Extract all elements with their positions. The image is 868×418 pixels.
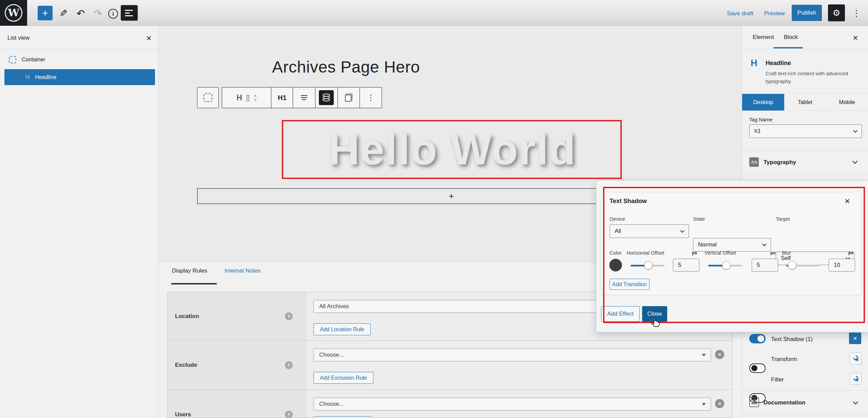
headline-block-icon: H bbox=[751, 58, 757, 68]
slider-thumb[interactable] bbox=[722, 261, 731, 270]
tag-name-label: Tag Name bbox=[749, 117, 772, 122]
help-icon[interactable]: ? bbox=[285, 411, 293, 418]
transform-settings-button[interactable] bbox=[850, 353, 862, 364]
device-select[interactable]: All bbox=[610, 224, 689, 238]
vertical-offset-slider[interactable] bbox=[708, 261, 742, 270]
options-menu-button[interactable]: ⋮ bbox=[850, 7, 863, 19]
heading-level-button[interactable]: H1 bbox=[271, 87, 293, 108]
close-button[interactable]: Close bbox=[642, 306, 667, 322]
slider-thumb[interactable] bbox=[644, 261, 653, 270]
blur-slider[interactable] bbox=[786, 261, 819, 270]
horizontal-offset-input[interactable] bbox=[673, 259, 699, 272]
drag-handle-icon[interactable]: ⣿ bbox=[246, 94, 250, 102]
list-item-label: Container bbox=[22, 57, 45, 63]
dropdown-caret-icon bbox=[702, 354, 706, 356]
vertical-offset-input[interactable] bbox=[752, 259, 778, 272]
preview-button[interactable]: Preview bbox=[764, 10, 785, 17]
sidebar-close-button[interactable]: ✕ bbox=[850, 33, 861, 43]
database-icon bbox=[323, 94, 330, 102]
remove-text-shadow-button[interactable]: ✕ bbox=[849, 333, 861, 344]
kebab-icon: ⋮ bbox=[852, 8, 861, 19]
publish-button[interactable]: Publish bbox=[792, 5, 822, 21]
state-select[interactable]: Normal bbox=[693, 238, 771, 252]
undo-button[interactable]: ↶ bbox=[75, 7, 87, 19]
chevron-down-icon bbox=[853, 399, 859, 405]
filter-settings-button[interactable] bbox=[850, 373, 862, 385]
shadow-color-swatch[interactable] bbox=[609, 259, 622, 272]
details-button[interactable]: i bbox=[108, 9, 118, 19]
tab-desktop[interactable]: Desktop bbox=[742, 94, 784, 111]
tag-name-select[interactable]: h1 bbox=[749, 124, 862, 138]
close-icon: ✕ bbox=[844, 197, 850, 205]
block-title: Headline bbox=[766, 60, 791, 67]
typography-section-toggle[interactable]: AA Typography bbox=[742, 150, 868, 174]
add-transition-button[interactable]: Add Transition bbox=[610, 279, 650, 290]
headline-block-text[interactable]: Hello World bbox=[283, 119, 622, 179]
add-exclusion-rule-button[interactable]: Add Exclusion Rule bbox=[313, 372, 373, 384]
gear-icon: ⚙ bbox=[832, 8, 840, 18]
popup-title: Text Shadow bbox=[610, 198, 647, 205]
text-shadow-popup: Text Shadow ✕ Device All State Normal Ta… bbox=[596, 180, 868, 332]
plus-icon: + bbox=[449, 191, 454, 201]
add-effect-button[interactable]: Add Effect bbox=[601, 306, 640, 322]
text-shadow-toggle[interactable] bbox=[749, 334, 766, 343]
typography-icon: AA bbox=[749, 157, 759, 167]
list-view-toggle-button[interactable] bbox=[121, 5, 138, 21]
chevron-down-icon bbox=[680, 228, 684, 233]
horizontal-offset-slider[interactable] bbox=[631, 261, 664, 270]
add-location-rule-button[interactable]: Add Location Rule bbox=[313, 323, 371, 335]
block-inserter-button[interactable]: + bbox=[38, 6, 53, 20]
undo-icon: ↶ bbox=[76, 7, 85, 19]
blur-input[interactable] bbox=[829, 259, 855, 272]
block-switcher-drag-movers[interactable]: H ⣿ ∧∨ bbox=[222, 87, 271, 108]
help-icon[interactable]: ? bbox=[285, 361, 293, 369]
device-label: Device bbox=[610, 216, 625, 222]
move-down-icon[interactable]: ∨ bbox=[254, 98, 257, 101]
list-view-close-button[interactable]: ✕ bbox=[144, 33, 154, 43]
clear-selection-icon[interactable]: ✕ bbox=[715, 350, 724, 359]
popup-close-button[interactable]: ✕ bbox=[842, 196, 852, 206]
list-view-header: List view ✕ bbox=[0, 26, 158, 49]
plus-icon: + bbox=[42, 7, 48, 19]
tools-button[interactable]: ✎ bbox=[57, 7, 70, 20]
wordpress-logo-button[interactable]: W bbox=[0, 0, 27, 26]
tab-block[interactable]: Block bbox=[784, 34, 798, 41]
save-draft-button[interactable]: Save draft bbox=[727, 10, 753, 17]
exclude-label: Exclude bbox=[175, 362, 197, 369]
settings-button[interactable]: ⚙ bbox=[828, 4, 845, 21]
chevron-down-icon bbox=[762, 242, 767, 246]
users-select[interactable]: Choose... bbox=[313, 398, 711, 411]
block-mover[interactable]: ∧∨ bbox=[254, 94, 257, 101]
redo-button[interactable]: ↷ bbox=[92, 7, 104, 19]
post-title[interactable]: Archives Page Hero bbox=[244, 58, 448, 76]
add-user-rule-button-clipped[interactable] bbox=[313, 416, 371, 418]
documentation-section-toggle[interactable] bbox=[749, 397, 759, 407]
tab-display-rules[interactable]: Display Rules bbox=[172, 267, 207, 274]
block-toolbar: H ⣿ ∧∨ H1 bbox=[222, 87, 382, 108]
alignment-button[interactable] bbox=[293, 87, 315, 108]
list-view-item-container[interactable]: Container bbox=[0, 52, 158, 68]
select-parent-block-button[interactable] bbox=[197, 87, 219, 108]
dynamic-data-button[interactable] bbox=[315, 87, 338, 108]
px-unit-label: px bbox=[848, 250, 853, 255]
tab-internal-notes[interactable]: Internal Notes bbox=[225, 267, 261, 274]
container-block-icon bbox=[9, 56, 16, 63]
px-unit-label: px bbox=[770, 250, 775, 255]
tab-mobile[interactable]: Mobile bbox=[826, 94, 868, 111]
help-icon[interactable]: ? bbox=[285, 313, 293, 320]
documentation-label: Documentation bbox=[764, 399, 806, 406]
tab-element[interactable]: Element bbox=[753, 34, 774, 41]
list-view-item-headline-selected[interactable]: H Headline bbox=[4, 69, 155, 85]
wrench-icon bbox=[851, 375, 860, 383]
slider-thumb[interactable] bbox=[788, 261, 796, 270]
wrench-icon bbox=[851, 354, 860, 363]
clear-selection-icon[interactable]: ✕ bbox=[715, 399, 724, 408]
horizontal-offset-label: Horizontal Offset bbox=[626, 250, 664, 256]
block-options-button[interactable]: ⋮ bbox=[360, 87, 382, 108]
sidebar-tabs: Element Block ✕ bbox=[742, 26, 868, 48]
transform-toggle[interactable] bbox=[749, 363, 766, 373]
tab-tablet[interactable]: Tablet bbox=[784, 94, 826, 111]
exclude-select[interactable]: Choose... bbox=[313, 349, 711, 361]
duplicate-button[interactable] bbox=[338, 87, 360, 108]
text-shadow-effect-card: Text Shadow ✕ Device All State Normal Ta… bbox=[601, 192, 861, 295]
